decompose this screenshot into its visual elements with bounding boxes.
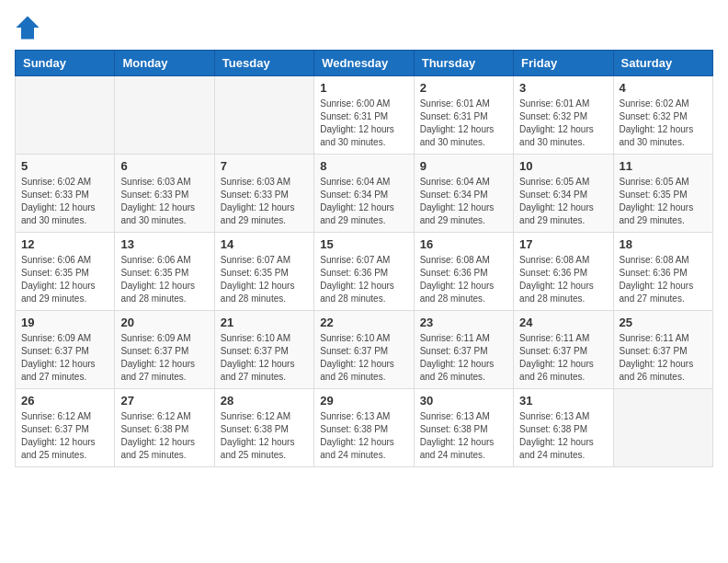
- calendar-cell: 5Sunrise: 6:02 AM Sunset: 6:33 PM Daylig…: [16, 155, 115, 233]
- day-info: Sunrise: 6:02 AM Sunset: 6:33 PM Dayligh…: [21, 176, 108, 227]
- day-info: Sunrise: 6:07 AM Sunset: 6:36 PM Dayligh…: [320, 254, 407, 305]
- day-of-week-header: Wednesday: [314, 51, 414, 76]
- day-info: Sunrise: 6:13 AM Sunset: 6:38 PM Dayligh…: [519, 410, 607, 462]
- day-info: Sunrise: 6:11 AM Sunset: 6:37 PM Dayligh…: [420, 332, 507, 384]
- calendar-cell: 29Sunrise: 6:13 AM Sunset: 6:38 PM Dayli…: [314, 389, 414, 467]
- day-of-week-header: Saturday: [613, 51, 712, 76]
- calendar-week-row: 26Sunrise: 6:12 AM Sunset: 6:37 PM Dayli…: [16, 389, 713, 467]
- day-number: 22: [320, 316, 407, 329]
- calendar-cell: 31Sunrise: 6:13 AM Sunset: 6:38 PM Dayli…: [514, 389, 613, 467]
- calendar-cell: 14Sunrise: 6:07 AM Sunset: 6:35 PM Dayli…: [214, 233, 313, 311]
- day-info: Sunrise: 6:03 AM Sunset: 6:33 PM Dayligh…: [221, 176, 308, 227]
- calendar-cell: [16, 76, 115, 155]
- day-number: 6: [120, 159, 208, 173]
- calendar-cell: 4Sunrise: 6:02 AM Sunset: 6:32 PM Daylig…: [613, 76, 712, 155]
- calendar-cell: 12Sunrise: 6:06 AM Sunset: 6:35 PM Dayli…: [16, 233, 115, 311]
- calendar-cell: 30Sunrise: 6:13 AM Sunset: 6:38 PM Dayli…: [414, 389, 513, 467]
- logo: [15, 15, 42, 40]
- day-number: 18: [620, 237, 707, 251]
- day-info: Sunrise: 6:04 AM Sunset: 6:34 PM Dayligh…: [420, 176, 507, 227]
- calendar-cell: 1Sunrise: 6:00 AM Sunset: 6:31 PM Daylig…: [314, 76, 414, 155]
- calendar-cell: 9Sunrise: 6:04 AM Sunset: 6:34 PM Daylig…: [414, 155, 513, 233]
- calendar-cell: 15Sunrise: 6:07 AM Sunset: 6:36 PM Dayli…: [314, 233, 414, 311]
- calendar-cell: 11Sunrise: 6:05 AM Sunset: 6:35 PM Dayli…: [613, 155, 712, 233]
- calendar-cell: [214, 76, 313, 155]
- day-info: Sunrise: 6:06 AM Sunset: 6:35 PM Dayligh…: [120, 254, 208, 305]
- day-of-week-header: Monday: [115, 51, 214, 76]
- calendar-week-row: 19Sunrise: 6:09 AM Sunset: 6:37 PM Dayli…: [16, 311, 713, 389]
- calendar-cell: 24Sunrise: 6:11 AM Sunset: 6:37 PM Dayli…: [514, 311, 613, 389]
- day-number: 31: [519, 394, 607, 408]
- calendar-week-row: 1Sunrise: 6:00 AM Sunset: 6:31 PM Daylig…: [16, 76, 713, 155]
- calendar-cell: 18Sunrise: 6:08 AM Sunset: 6:36 PM Dayli…: [613, 233, 712, 311]
- day-info: Sunrise: 6:09 AM Sunset: 6:37 PM Dayligh…: [21, 332, 108, 384]
- calendar-week-row: 12Sunrise: 6:06 AM Sunset: 6:35 PM Dayli…: [16, 233, 713, 311]
- day-number: 4: [620, 81, 707, 95]
- day-info: Sunrise: 6:05 AM Sunset: 6:35 PM Dayligh…: [620, 176, 707, 227]
- day-number: 3: [519, 81, 607, 95]
- calendar-header: SundayMondayTuesdayWednesdayThursdayFrid…: [16, 51, 713, 76]
- day-info: Sunrise: 6:04 AM Sunset: 6:34 PM Dayligh…: [320, 176, 407, 227]
- calendar-cell: [115, 76, 214, 155]
- calendar-cell: [613, 389, 712, 467]
- day-number: 15: [320, 237, 407, 251]
- day-info: Sunrise: 6:01 AM Sunset: 6:31 PM Dayligh…: [420, 98, 507, 149]
- calendar-cell: 2Sunrise: 6:01 AM Sunset: 6:31 PM Daylig…: [414, 76, 513, 155]
- day-info: Sunrise: 6:13 AM Sunset: 6:38 PM Dayligh…: [320, 410, 407, 462]
- calendar-cell: 3Sunrise: 6:01 AM Sunset: 6:32 PM Daylig…: [514, 76, 613, 155]
- day-info: Sunrise: 6:08 AM Sunset: 6:36 PM Dayligh…: [420, 254, 507, 305]
- page-header: [15, 15, 713, 40]
- calendar-cell: 16Sunrise: 6:08 AM Sunset: 6:36 PM Dayli…: [414, 233, 513, 311]
- day-number: 11: [620, 159, 707, 173]
- calendar-cell: 23Sunrise: 6:11 AM Sunset: 6:37 PM Dayli…: [414, 311, 513, 389]
- calendar-cell: 20Sunrise: 6:09 AM Sunset: 6:37 PM Dayli…: [115, 311, 214, 389]
- day-info: Sunrise: 6:13 AM Sunset: 6:38 PM Dayligh…: [420, 410, 507, 462]
- day-of-week-header: Friday: [514, 51, 613, 76]
- day-number: 5: [21, 159, 108, 173]
- day-number: 14: [221, 237, 308, 251]
- day-number: 17: [519, 237, 607, 251]
- day-number: 25: [620, 316, 707, 329]
- day-number: 1: [320, 81, 407, 95]
- day-number: 8: [320, 159, 407, 173]
- day-info: Sunrise: 6:12 AM Sunset: 6:38 PM Dayligh…: [120, 410, 208, 462]
- day-info: Sunrise: 6:09 AM Sunset: 6:37 PM Dayligh…: [120, 332, 208, 384]
- day-number: 2: [420, 81, 507, 95]
- day-of-week-header: Sunday: [16, 51, 115, 76]
- calendar-cell: 13Sunrise: 6:06 AM Sunset: 6:35 PM Dayli…: [115, 233, 214, 311]
- calendar-cell: 27Sunrise: 6:12 AM Sunset: 6:38 PM Dayli…: [115, 389, 214, 467]
- day-info: Sunrise: 6:02 AM Sunset: 6:32 PM Dayligh…: [620, 98, 707, 149]
- day-number: 9: [420, 159, 507, 173]
- day-number: 23: [420, 316, 507, 329]
- day-info: Sunrise: 6:11 AM Sunset: 6:37 PM Dayligh…: [519, 332, 607, 384]
- day-info: Sunrise: 6:03 AM Sunset: 6:33 PM Dayligh…: [120, 176, 208, 227]
- logo-icon: [15, 15, 40, 40]
- calendar-cell: 25Sunrise: 6:11 AM Sunset: 6:37 PM Dayli…: [613, 311, 712, 389]
- day-info: Sunrise: 6:01 AM Sunset: 6:32 PM Dayligh…: [519, 98, 607, 149]
- day-of-week-header: Tuesday: [214, 51, 313, 76]
- calendar-cell: 6Sunrise: 6:03 AM Sunset: 6:33 PM Daylig…: [115, 155, 214, 233]
- calendar-table: SundayMondayTuesdayWednesdayThursdayFrid…: [15, 50, 713, 467]
- day-number: 19: [21, 316, 108, 329]
- day-info: Sunrise: 6:08 AM Sunset: 6:36 PM Dayligh…: [620, 254, 707, 305]
- calendar-cell: 7Sunrise: 6:03 AM Sunset: 6:33 PM Daylig…: [214, 155, 313, 233]
- calendar-cell: 19Sunrise: 6:09 AM Sunset: 6:37 PM Dayli…: [16, 311, 115, 389]
- day-info: Sunrise: 6:12 AM Sunset: 6:38 PM Dayligh…: [221, 410, 308, 462]
- day-info: Sunrise: 6:10 AM Sunset: 6:37 PM Dayligh…: [320, 332, 407, 384]
- day-info: Sunrise: 6:08 AM Sunset: 6:36 PM Dayligh…: [519, 254, 607, 305]
- day-info: Sunrise: 6:12 AM Sunset: 6:37 PM Dayligh…: [21, 410, 108, 462]
- day-number: 16: [420, 237, 507, 251]
- day-info: Sunrise: 6:00 AM Sunset: 6:31 PM Dayligh…: [320, 98, 407, 149]
- day-of-week-header: Thursday: [414, 51, 513, 76]
- calendar-cell: 8Sunrise: 6:04 AM Sunset: 6:34 PM Daylig…: [314, 155, 414, 233]
- day-info: Sunrise: 6:07 AM Sunset: 6:35 PM Dayligh…: [221, 254, 308, 305]
- day-number: 21: [221, 316, 308, 329]
- day-number: 10: [519, 159, 607, 173]
- calendar-cell: 22Sunrise: 6:10 AM Sunset: 6:37 PM Dayli…: [314, 311, 414, 389]
- day-info: Sunrise: 6:11 AM Sunset: 6:37 PM Dayligh…: [620, 332, 707, 384]
- day-number: 30: [420, 394, 507, 408]
- calendar-cell: 21Sunrise: 6:10 AM Sunset: 6:37 PM Dayli…: [214, 311, 313, 389]
- day-number: 20: [120, 316, 208, 329]
- day-info: Sunrise: 6:05 AM Sunset: 6:34 PM Dayligh…: [519, 176, 607, 227]
- calendar-cell: 10Sunrise: 6:05 AM Sunset: 6:34 PM Dayli…: [514, 155, 613, 233]
